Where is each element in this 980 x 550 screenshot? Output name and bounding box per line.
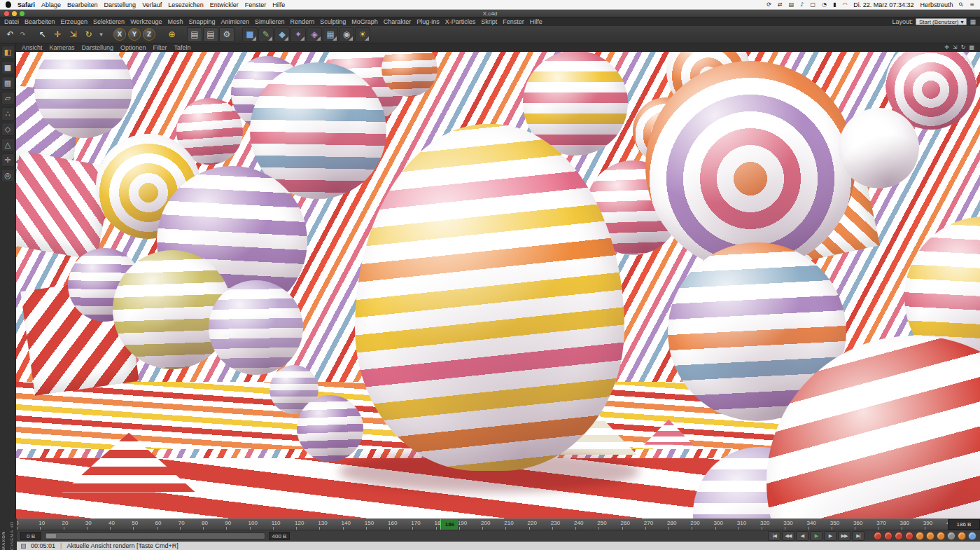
live-selection-button[interactable]: ↖	[35, 27, 50, 42]
create-cube-button[interactable]: ■	[242, 27, 258, 42]
next-frame-button[interactable]: ▶	[824, 531, 836, 541]
keyframe-selection-button[interactable]	[947, 532, 955, 540]
app-menu-item[interactable]: Datei	[4, 18, 19, 25]
apple-icon[interactable]	[6, 1, 11, 8]
app-menu-item[interactable]: MoGraph	[351, 18, 378, 25]
app-menu-item[interactable]: Werkzeuge	[130, 18, 162, 25]
spotlight-icon[interactable]: ⚲	[958, 1, 965, 8]
app-menu-item[interactable]: Mesh	[167, 18, 183, 25]
create-environment-button[interactable]: ▦	[323, 27, 338, 42]
scale-tool-button[interactable]: ⇲	[66, 27, 80, 42]
polygons-mode-button[interactable]: △	[1, 138, 15, 151]
macos-menu-item[interactable]: Entwickler	[210, 1, 239, 8]
prev-frame-button[interactable]: ◀	[796, 531, 808, 541]
start-frame-field[interactable]: 0 B	[20, 532, 41, 540]
macos-menu-item[interactable]: Lesezeichen	[168, 1, 204, 8]
last-tool-button[interactable]: ▾	[97, 27, 106, 42]
keyboard-icon[interactable]: ▤	[789, 1, 794, 8]
record-keyframe-button[interactable]	[874, 532, 882, 540]
record-pla-button[interactable]	[926, 532, 934, 540]
notification-center-icon[interactable]: ≡	[969, 1, 974, 8]
create-camera-button[interactable]: ◉	[339, 27, 354, 42]
viewport-solo-button[interactable]: ◎	[1, 169, 15, 182]
minimize-button[interactable]	[12, 11, 17, 16]
timeline-playhead[interactable]: 186	[440, 519, 458, 530]
create-deformer-button[interactable]: ◈	[307, 27, 322, 42]
macos-menu-item[interactable]: Hilfe	[272, 1, 285, 8]
macos-menu-item[interactable]: Bearbeiten	[67, 1, 98, 8]
current-frame-field[interactable]: 186 B	[948, 519, 980, 530]
texture-mode-button[interactable]: ▦	[1, 76, 15, 90]
render-settings-button[interactable]: ⚙	[219, 27, 234, 42]
pan-view-icon[interactable]: ✛	[944, 44, 949, 50]
goto-start-button[interactable]: |◀	[768, 531, 780, 541]
app-menu-item[interactable]: Hilfe	[530, 18, 542, 25]
create-light-button[interactable]: ☀	[355, 27, 370, 42]
timeline-scrollbar-handle[interactable]	[46, 534, 56, 538]
macos-menu-item[interactable]: Ablage	[41, 1, 61, 8]
workplane-mode-button[interactable]: ▱	[1, 92, 15, 105]
y-axis-lock-button[interactable]: Y	[128, 28, 141, 41]
wifi-icon[interactable]: ◠	[842, 1, 847, 8]
move-tool-button[interactable]: ✛	[50, 27, 65, 42]
rotate-tool-button[interactable]: ↻	[81, 27, 96, 42]
viewport-menu-item[interactable]: Ansicht	[22, 44, 43, 51]
app-menu-item[interactable]: Skript	[481, 18, 497, 25]
app-menu-item[interactable]: Snapping	[189, 18, 216, 25]
viewport-menu-item[interactable]: Optionen	[120, 44, 146, 51]
app-menu-item[interactable]: Charakter	[384, 18, 412, 25]
menubar-clock[interactable]: Di. 22. März 07:34:32	[853, 1, 913, 8]
panel-icon[interactable]: ▦	[969, 18, 976, 25]
goto-end-button[interactable]: ▶|	[852, 531, 864, 541]
app-menu-item[interactable]: Erzeugen	[61, 18, 88, 25]
create-generator-button[interactable]: ◆	[274, 27, 290, 42]
prev-key-button[interactable]: ◀◀	[782, 531, 794, 541]
macos-app-menu[interactable]: Safari	[18, 1, 35, 8]
record-position-button[interactable]	[884, 532, 892, 540]
battery-icon[interactable]: ▮	[833, 1, 836, 8]
record-rotation-button[interactable]	[905, 532, 913, 540]
viewport-canvas[interactable]	[16, 52, 980, 518]
window-titlebar[interactable]: X.c4d	[0, 10, 980, 18]
viewport-menu-item[interactable]: Filter	[153, 44, 167, 51]
app-menu-item[interactable]: Simulieren	[255, 18, 285, 25]
app-menu-item[interactable]: Bearbeiten	[24, 18, 55, 25]
rotate-view-icon[interactable]: ↻	[961, 44, 966, 50]
redo-button[interactable]: ↷	[18, 27, 27, 42]
create-spline-button[interactable]: ✎	[258, 27, 274, 42]
timeline-scrollbar[interactable]	[45, 532, 265, 539]
x-axis-lock-button[interactable]: X	[113, 28, 126, 41]
render-picture-viewer-button[interactable]: ▤	[203, 27, 218, 42]
app-menu-item[interactable]: Sculpting	[320, 18, 346, 25]
close-button[interactable]	[4, 11, 9, 16]
updates-icon[interactable]: ⇄	[778, 1, 783, 8]
enable-axis-button[interactable]: ✛	[1, 153, 15, 167]
macos-menu-item[interactable]: Verlauf	[142, 1, 162, 8]
record-scale-button[interactable]	[895, 532, 903, 540]
points-mode-button[interactable]: ∴	[1, 107, 15, 121]
autokey-button[interactable]	[937, 532, 945, 540]
render-view-button[interactable]: ▤	[187, 27, 202, 42]
z-axis-lock-button[interactable]: Z	[143, 28, 155, 41]
record-parameter-button[interactable]	[916, 532, 924, 540]
end-frame-field[interactable]: 400 B	[269, 532, 290, 540]
zoom-view-icon[interactable]: ⇲	[953, 44, 958, 50]
display-icon[interactable]: ▢	[810, 1, 816, 8]
app-menu-item[interactable]: Plug-ins	[416, 18, 440, 25]
create-mograph-button[interactable]: ✦	[290, 27, 306, 42]
viewport-menu-item[interactable]: Tafeln	[174, 44, 191, 51]
zoom-button[interactable]	[20, 11, 24, 16]
edges-mode-button[interactable]: ◇	[1, 123, 15, 136]
toggle-views-icon[interactable]: ▦	[969, 44, 974, 50]
undo-button[interactable]: ↶	[3, 27, 18, 42]
timeline-options-button[interactable]	[958, 532, 966, 540]
viewport-menu-item[interactable]: Kameras	[50, 44, 75, 51]
menubar-user[interactable]: Herbstreuth	[920, 1, 953, 8]
app-menu-item[interactable]: Animieren	[221, 18, 250, 25]
play-button[interactable]: ▶	[810, 531, 822, 541]
model-mode-button[interactable]: ■	[1, 61, 15, 74]
sync-icon[interactable]: ⟳	[766, 1, 771, 8]
macos-menu-item[interactable]: Darstellung	[104, 1, 136, 8]
macos-menu-item[interactable]: Fenster	[245, 1, 267, 8]
timeline-ruler[interactable]: 186 010203040506070809010011012013014015…	[17, 519, 948, 530]
